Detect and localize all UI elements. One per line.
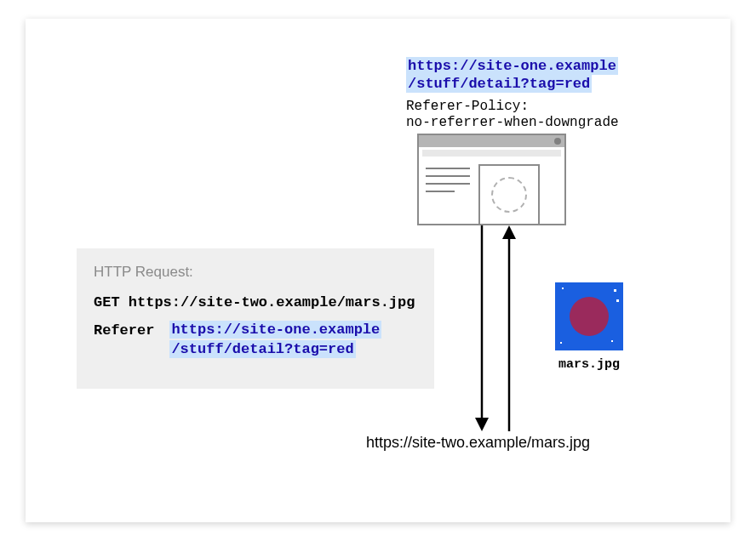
browser-body-icon bbox=[419, 159, 564, 231]
referer-url-line2: /stuff/detail?tag=red bbox=[169, 340, 355, 358]
referer-url-line1: https://site-one.example bbox=[169, 321, 381, 339]
dashed-circle-icon bbox=[491, 177, 527, 213]
line-icon bbox=[426, 175, 470, 177]
origin-url-line1: https://site-one.example bbox=[406, 57, 618, 75]
svg-marker-3 bbox=[502, 225, 516, 239]
diagram-canvas: https://site-one.example /stuff/detail?t… bbox=[26, 19, 730, 522]
line-icon bbox=[426, 183, 470, 185]
origin-url-line2: /stuff/detail?tag=red bbox=[406, 75, 592, 93]
line-icon bbox=[426, 191, 455, 192]
referrer-policy: Referer-Policy: no-referrer-when-downgra… bbox=[406, 99, 619, 131]
mars-image-icon bbox=[555, 282, 623, 350]
browser-titlebar-icon bbox=[419, 135, 564, 147]
request-title: HTTP Request: bbox=[94, 264, 417, 281]
request-response-arrows-icon bbox=[472, 225, 523, 431]
browser-window-icon bbox=[417, 134, 566, 225]
urlbar-icon bbox=[422, 150, 561, 157]
request-method-line: GET https://site-two.example/mars.jpg bbox=[94, 294, 417, 310]
referer-row: Referer https://site-one.example /stuff/… bbox=[94, 321, 417, 360]
star-icon bbox=[614, 289, 616, 292]
star-icon bbox=[611, 340, 613, 342]
star-icon bbox=[560, 342, 562, 344]
referer-label: Referer bbox=[94, 321, 154, 339]
image-placeholder-icon bbox=[478, 164, 540, 225]
line-icon bbox=[426, 168, 470, 169]
policy-header: Referer-Policy: bbox=[406, 99, 619, 115]
star-icon bbox=[616, 299, 619, 302]
planet-icon bbox=[570, 297, 609, 336]
star-icon bbox=[562, 288, 564, 289]
mars-filename: mars.jpg bbox=[555, 357, 623, 372]
close-dot-icon bbox=[554, 138, 561, 145]
origin-url: https://site-one.example /stuff/detail?t… bbox=[406, 57, 618, 94]
referer-url: https://site-one.example /stuff/detail?t… bbox=[169, 321, 381, 360]
target-url: https://site-two.example/mars.jpg bbox=[366, 434, 590, 452]
text-lines-icon bbox=[426, 164, 470, 225]
http-request-box: HTTP Request: GET https://site-two.examp… bbox=[77, 248, 434, 389]
svg-marker-1 bbox=[475, 418, 489, 431]
policy-value: no-referrer-when-downgrade bbox=[406, 115, 619, 131]
